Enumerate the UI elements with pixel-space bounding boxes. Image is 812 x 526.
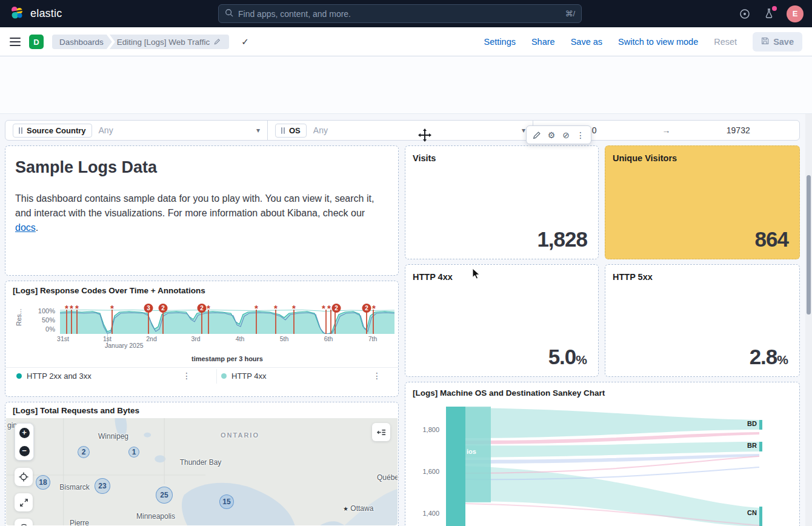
map-bubble[interactable]: 25	[156, 487, 173, 504]
timeslider-button[interactable]	[15, 519, 33, 525]
legend-label: HTTP 4xx	[231, 371, 267, 381]
map-bubble[interactable]: 23	[95, 478, 110, 494]
source-country-chip[interactable]: Source Country	[13, 124, 92, 138]
metric-number: 2.8	[750, 345, 777, 368]
expand-arrows-icon	[19, 498, 28, 507]
elastic-logo-icon	[10, 5, 24, 22]
slash-circle-icon[interactable]: ⊘	[559, 128, 573, 142]
elastic-logo[interactable]: elastic	[10, 5, 62, 22]
switch-to-view-mode-link[interactable]: Switch to view mode	[618, 37, 698, 47]
annotation-marker[interactable]: *	[70, 304, 73, 313]
x-tick: 5th	[271, 335, 298, 342]
drag-grip-icon[interactable]	[19, 127, 22, 134]
map-bubble[interactable]: 2	[78, 446, 90, 458]
scrollbar-track[interactable]	[805, 56, 812, 526]
breadcrumb: Dashboards Editing [Logs] Web Traffic	[52, 35, 229, 49]
legend-dot	[221, 373, 227, 379]
x-tick: 7th	[359, 335, 386, 342]
legend-item-4xx[interactable]: HTTP 4xx	[221, 371, 267, 381]
breadcrumb-dashboards[interactable]: Dashboards	[52, 35, 112, 49]
zoom-in-button[interactable]: +	[15, 424, 33, 442]
docs-link[interactable]: docs	[15, 222, 36, 233]
annotation-marker[interactable]: *	[65, 304, 68, 313]
legend-collapse-button[interactable]	[372, 423, 390, 441]
annotation-marker[interactable]: *	[322, 304, 325, 313]
annotation-marker[interactable]: *	[110, 304, 114, 313]
zoom-out-button[interactable]: −	[15, 442, 33, 460]
reset-link[interactable]: Reset	[714, 37, 737, 47]
y-tick: 1,800	[414, 426, 439, 433]
sankey-dest-cn: CN	[736, 509, 757, 516]
kebab-menu-icon[interactable]: ⋮	[573, 128, 588, 142]
search-icon	[225, 8, 233, 19]
map-canvas[interactable]: gina Winnipeg ONTARIO Thunder Bay Bismar…	[6, 418, 398, 525]
panel-title: [Logs] Total Requests and Bytes	[13, 406, 139, 415]
gear-icon[interactable]: ⚙	[544, 128, 559, 142]
map-bubble[interactable]: 15	[219, 494, 234, 509]
os-chip[interactable]: OS	[275, 124, 307, 138]
share-link[interactable]: Share	[531, 37, 555, 47]
metric-suffix: %	[576, 353, 587, 367]
scrollbar-thumb[interactable]	[807, 175, 811, 315]
control-source-country[interactable]: Source Country Any ▾	[5, 121, 267, 140]
clock-icon	[19, 524, 28, 526]
panel-unique-visitors: Unique Visitors 864	[605, 145, 800, 259]
annotation-badge[interactable]: 3	[144, 304, 153, 313]
set-view-crosshair-button[interactable]	[15, 468, 33, 486]
annotation-marker[interactable]: *	[274, 304, 278, 313]
annotation-badge[interactable]: 2	[159, 304, 168, 313]
metric-suffix: %	[777, 353, 788, 367]
annotation-badge[interactable]: 2	[198, 304, 207, 313]
map-bubble[interactable]: 1	[128, 447, 139, 458]
annotation-marker[interactable]: *	[327, 304, 331, 313]
map-zoom-controls: + −	[15, 423, 34, 461]
source-country-value: Any	[99, 125, 113, 135]
user-avatar[interactable]: E	[787, 5, 804, 22]
metric-title: HTTP 4xx	[413, 272, 453, 282]
global-search-input[interactable]	[238, 9, 565, 19]
title-confirm-check-icon[interactable]: ✓	[241, 36, 249, 47]
annotation-badge[interactable]: 2	[332, 304, 341, 313]
x-tick: 31st	[50, 335, 76, 342]
kebab-menu-icon[interactable]: ⋮	[373, 371, 381, 381]
labs-flask-icon[interactable]	[762, 7, 776, 21]
metric-title: Unique Visitors	[613, 153, 677, 163]
panel-total-requests-map: [Logs] Total Requests and Bytes gina Win…	[5, 402, 399, 526]
panel-sample-logs-data: Sample Logs Data This dashboard contains…	[5, 145, 399, 276]
range-max-input[interactable]: 19732	[685, 125, 793, 135]
kebab-menu-icon[interactable]: ⋮	[182, 371, 191, 381]
annotation-marker[interactable]: *	[75, 304, 79, 313]
breadcrumb-current[interactable]: Editing [Logs] Web Traffic	[110, 35, 229, 49]
metric-number: 5.0	[548, 345, 576, 368]
control-os[interactable]: OS Any ▾	[267, 121, 533, 140]
annotation-marker[interactable]: *	[207, 304, 210, 313]
dashboard-actions: Settings Share Save as Switch to view mo…	[484, 27, 802, 56]
deployment-icon[interactable]	[738, 7, 751, 21]
star-marker-icon: ★	[343, 505, 348, 512]
global-search[interactable]: ⌘/	[218, 4, 582, 23]
response-codes-chart[interactable]: * * * * 3 2 2 * * * * * * 2 2 *	[60, 308, 394, 334]
query-toolbar-area	[0, 56, 812, 114]
menu-icon[interactable]	[10, 38, 21, 46]
x-tick: 4th	[227, 335, 253, 342]
save-button[interactable]: Save	[753, 32, 802, 52]
save-as-link[interactable]: Save as	[571, 37, 602, 47]
edit-pencil-icon[interactable]	[530, 128, 544, 142]
legend-item-2xx-3xx[interactable]: HTTP 2xx and 3xx	[16, 371, 92, 381]
markdown-body-period: .	[36, 222, 38, 233]
metric-value: 1,828	[537, 227, 587, 251]
map-place-pierre: Pierre	[61, 519, 98, 525]
settings-link[interactable]: Settings	[484, 37, 516, 47]
annotation-badge[interactable]: 2	[362, 304, 371, 313]
drag-grip-icon[interactable]	[281, 127, 285, 134]
move-cross-icon[interactable]	[418, 128, 431, 144]
fit-to-data-button[interactable]	[15, 493, 33, 511]
annotation-marker[interactable]: *	[255, 304, 258, 313]
annotation-marker[interactable]: *	[292, 304, 296, 313]
x-axis-title: timestamp per 3 hours	[136, 355, 318, 362]
edit-pencil-icon	[214, 38, 221, 47]
panel-http-4xx: HTTP 4xx 5.0%	[405, 264, 599, 377]
map-bubble[interactable]: 18	[36, 475, 50, 490]
annotation-marker[interactable]: *	[372, 304, 376, 313]
sankey-node-ios[interactable]	[446, 407, 465, 526]
